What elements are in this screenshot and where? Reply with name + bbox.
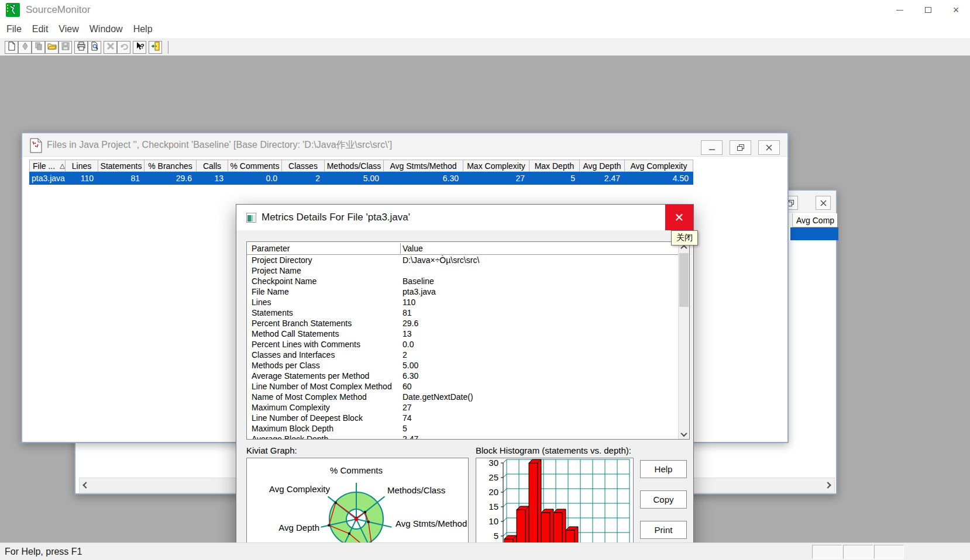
close-icon: ✕ bbox=[675, 210, 684, 224]
param-name: Name of Most Complex Method bbox=[247, 392, 398, 402]
param-row[interactable]: Classes and Interfaces2 bbox=[247, 350, 678, 360]
scroll-left-button[interactable] bbox=[80, 478, 92, 492]
toolbar-button-copy-checkpoint[interactable] bbox=[32, 41, 45, 54]
param-row[interactable]: Average Block Depth2.47 bbox=[247, 434, 678, 439]
column-header-branches[interactable]: % Branches bbox=[145, 160, 197, 172]
minimize-button[interactable] bbox=[886, 0, 914, 20]
column-header-parameter[interactable]: Parameter bbox=[252, 244, 290, 253]
files-table-selected-row[interactable]: pta3.java1108129.6130.025.006.302752.474… bbox=[29, 172, 693, 185]
files-close-button[interactable] bbox=[758, 140, 780, 155]
context-help-icon: ? bbox=[135, 42, 145, 53]
app-title: SourceMonitor bbox=[26, 4, 91, 16]
svg-text:Avg Depth: Avg Depth bbox=[278, 523, 319, 533]
column-header-label: Calls bbox=[203, 161, 221, 171]
param-value: 5.00 bbox=[398, 360, 418, 371]
param-value: Baseline bbox=[398, 276, 434, 286]
svg-text:5: 5 bbox=[494, 531, 498, 541]
param-row[interactable]: Method Call Statements13 bbox=[247, 329, 678, 339]
metrics-vertical-scrollbar[interactable] bbox=[678, 242, 689, 439]
svg-text:25: 25 bbox=[489, 472, 498, 482]
param-row[interactable]: Maximum Complexity27 bbox=[247, 402, 678, 413]
param-row[interactable]: Methods per Class5.00 bbox=[247, 360, 678, 371]
param-row[interactable]: Project Name bbox=[247, 265, 678, 276]
toolbar-button-new-checkpoint[interactable] bbox=[18, 41, 32, 54]
toolbar-button-delete[interactable] bbox=[104, 41, 117, 54]
background-column-header-avg-complexity[interactable]: Avg Comp bbox=[792, 213, 837, 227]
column-header-label: Lines bbox=[72, 161, 91, 171]
background-selected-row[interactable] bbox=[790, 227, 838, 240]
column-header-comments[interactable]: % Comments bbox=[228, 160, 282, 172]
maximize-button[interactable] bbox=[914, 0, 942, 20]
print-icon bbox=[77, 42, 86, 53]
param-value: 27 bbox=[398, 402, 412, 413]
param-row[interactable]: Line Number of Most Complex Method60 bbox=[247, 381, 678, 392]
menu-item-file[interactable]: File bbox=[1, 22, 27, 37]
close-icon bbox=[766, 144, 772, 151]
files-minimize-button[interactable] bbox=[701, 140, 723, 155]
param-name: Line Number of Deepest Block bbox=[247, 413, 398, 423]
files-restore-button[interactable] bbox=[730, 140, 751, 155]
param-row[interactable]: Average Statements per Method6.30 bbox=[247, 371, 678, 381]
param-row[interactable]: Lines110 bbox=[247, 297, 678, 307]
toolbar-button-exit[interactable] bbox=[149, 41, 162, 54]
param-row[interactable]: Maximum Block Depth5 bbox=[247, 423, 678, 434]
scroll-right-button[interactable] bbox=[821, 478, 834, 492]
column-header-max-complexity[interactable]: Max Complexity bbox=[463, 160, 529, 172]
column-header-classes[interactable]: Classes bbox=[282, 160, 325, 172]
close-button[interactable]: × bbox=[942, 0, 970, 20]
row-cell-4: 13 bbox=[197, 172, 228, 185]
scrollbar-thumb[interactable] bbox=[679, 253, 689, 307]
param-row[interactable]: Percent Lines with Comments0.0 bbox=[247, 339, 678, 350]
column-header-max-depth[interactable]: Max Depth bbox=[529, 160, 580, 172]
scroll-down-button[interactable] bbox=[679, 429, 689, 439]
dialog-icon bbox=[246, 213, 256, 223]
undo-icon bbox=[119, 42, 129, 53]
print-button[interactable]: Print bbox=[640, 521, 687, 539]
column-header-statements[interactable]: Statements bbox=[98, 160, 145, 172]
column-header-value[interactable]: Value bbox=[403, 244, 423, 253]
menu-item-view[interactable]: View bbox=[53, 22, 84, 37]
status-message: For Help, press F1 bbox=[5, 547, 82, 557]
dialog-close-button[interactable]: ✕ bbox=[665, 205, 693, 230]
menu-item-window[interactable]: Window bbox=[84, 22, 128, 37]
toolbar-button-print[interactable] bbox=[74, 41, 88, 54]
restore-icon bbox=[737, 144, 744, 151]
param-row[interactable]: File Namepta3.java bbox=[247, 286, 678, 297]
svg-text:?: ? bbox=[140, 43, 145, 50]
column-header-avg-complexity[interactable]: Avg Complexity bbox=[625, 160, 693, 172]
menu-item-edit[interactable]: Edit bbox=[27, 22, 54, 37]
param-row[interactable]: Name of Most Complex MethodDate.getNextD… bbox=[247, 392, 678, 402]
column-header-file[interactable]: File ...△ bbox=[29, 160, 66, 172]
toolbar-button-new-document[interactable] bbox=[5, 41, 18, 54]
param-name: Checkpoint Name bbox=[247, 276, 398, 286]
toolbar-button-context-help[interactable]: ? bbox=[133, 41, 146, 54]
param-row[interactable]: Line Number of Deepest Block74 bbox=[247, 413, 678, 423]
copy-button[interactable]: Copy bbox=[640, 490, 687, 509]
param-name: Statements bbox=[247, 307, 398, 318]
toolbar-button-undo[interactable] bbox=[117, 41, 130, 54]
menu-bar: File Edit View Window Help bbox=[0, 20, 970, 39]
param-name: Classes and Interfaces bbox=[247, 350, 398, 360]
toolbar-button-print-preview[interactable] bbox=[88, 41, 101, 54]
background-close-button[interactable] bbox=[816, 196, 831, 210]
column-header-calls[interactable]: Calls bbox=[197, 160, 228, 172]
column-header-avg-stmts-method[interactable]: Avg Stmts/Method bbox=[384, 160, 463, 172]
svg-text:Avg Stmts/Method: Avg Stmts/Method bbox=[395, 518, 467, 528]
param-row[interactable]: Percent Branch Statements29.6 bbox=[247, 318, 678, 329]
param-row[interactable]: Statements81 bbox=[247, 307, 678, 318]
column-header-methods-class[interactable]: Methods/Class bbox=[325, 160, 384, 172]
chevron-right-icon bbox=[824, 482, 831, 488]
param-row[interactable]: Project DirectoryD:\Java×÷Òµ\src\src\ bbox=[247, 255, 678, 265]
toolbar-button-open-project[interactable] bbox=[45, 41, 59, 54]
svg-text:% Comments: % Comments bbox=[330, 465, 383, 475]
menu-item-help[interactable]: Help bbox=[128, 22, 158, 37]
svg-text:15: 15 bbox=[489, 502, 498, 511]
toolbar-button-save[interactable] bbox=[59, 41, 72, 54]
column-header-avg-depth[interactable]: Avg Depth bbox=[580, 160, 625, 172]
param-row[interactable]: Checkpoint NameBaseline bbox=[247, 276, 678, 286]
chevron-down-icon bbox=[680, 430, 687, 436]
column-divider[interactable] bbox=[400, 243, 401, 254]
help-button[interactable]: Help bbox=[640, 460, 687, 478]
column-header-lines[interactable]: Lines bbox=[66, 160, 98, 172]
param-name: Maximum Complexity bbox=[247, 402, 398, 413]
